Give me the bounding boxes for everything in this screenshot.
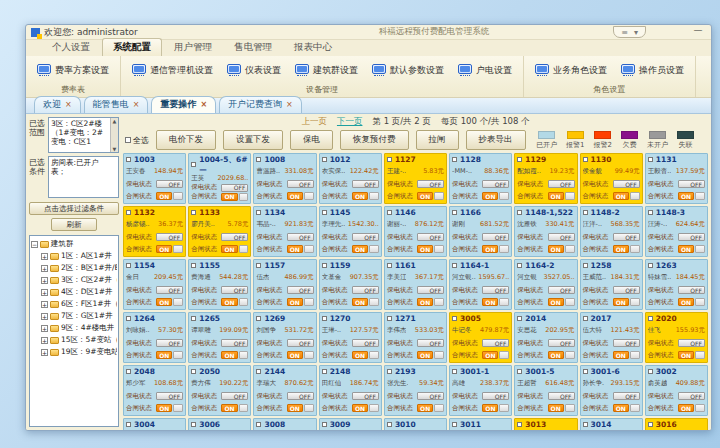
card-checkbox[interactable] [322, 316, 327, 321]
card-checkbox[interactable] [452, 316, 457, 321]
card-checkbox[interactable] [256, 210, 261, 215]
power-protect-toggle[interactable]: OFF [156, 339, 183, 347]
power-protect-toggle[interactable]: OFF [156, 286, 183, 294]
selected-range-listbox[interactable]: ▲▼ 3区：C区2#楼（1#变电：2#变电：C区1 [48, 117, 119, 153]
toolbar-button-3[interactable]: 保电 [290, 130, 333, 150]
card-checkbox[interactable] [583, 210, 588, 215]
power-protect-toggle[interactable]: OFF [548, 392, 575, 400]
card-checkbox[interactable] [126, 422, 131, 427]
card-checkbox[interactable] [387, 422, 392, 427]
card-checkbox[interactable] [256, 316, 261, 321]
power-protect-toggle[interactable]: OFF [417, 233, 444, 241]
card-checkbox[interactable] [322, 369, 327, 374]
gate-status-toggle[interactable]: ON [613, 245, 640, 253]
gate-status-toggle[interactable]: ON [156, 192, 183, 200]
expand-icon[interactable]: + [41, 325, 48, 332]
range-scrollbar[interactable]: ▲▼ [110, 118, 118, 152]
next-page-link[interactable]: 下一页 [337, 116, 363, 128]
card-checkbox[interactable] [387, 157, 392, 162]
ribbon-collapse-control[interactable]: ≡ ▾ [613, 26, 646, 38]
gate-status-toggle[interactable]: ON [613, 298, 640, 306]
tree-item-9[interactable]: +19区：9#变电站（2# [31, 346, 117, 358]
power-protect-toggle[interactable]: OFF [613, 339, 640, 347]
close-icon[interactable]: × [286, 101, 293, 109]
card-checkbox[interactable] [452, 157, 457, 162]
power-protect-toggle[interactable]: OFF [482, 233, 509, 241]
card-checkbox[interactable] [648, 369, 653, 374]
power-protect-toggle[interactable]: OFF [613, 286, 640, 294]
ribbon-button[interactable]: 户电设置 [451, 62, 519, 79]
minimize-button[interactable]: — [693, 28, 703, 36]
gate-status-toggle[interactable]: ON [548, 298, 575, 306]
gate-status-toggle[interactable]: ON [482, 245, 509, 253]
gate-status-toggle[interactable]: ON [613, 192, 640, 200]
menu-tab-3[interactable]: 用户管理 [164, 39, 222, 56]
expand-icon[interactable]: + [41, 253, 48, 260]
toolbar-button-6[interactable]: 抄表导出 [466, 130, 526, 150]
menu-tab-4[interactable]: 售电管理 [224, 39, 282, 56]
card-checkbox[interactable] [191, 263, 196, 268]
gate-status-toggle[interactable]: ON [352, 404, 379, 412]
gate-status-toggle[interactable]: ON [221, 193, 248, 201]
gate-status-toggle[interactable]: ON [287, 245, 314, 253]
gate-status-toggle[interactable]: ON [287, 298, 314, 306]
ribbon-button[interactable]: 业务角色设置 [528, 62, 614, 79]
power-protect-toggle[interactable]: OFF [613, 180, 640, 188]
card-checkbox[interactable] [583, 369, 588, 374]
power-protect-toggle[interactable]: OFF [678, 339, 705, 347]
tree-item-7[interactable]: +9区：4#楼电井（4#楼 [31, 322, 117, 334]
gate-status-toggle[interactable]: ON [417, 404, 444, 412]
gate-status-toggle[interactable]: ON [417, 192, 444, 200]
card-checkbox[interactable] [387, 263, 392, 268]
card-checkbox[interactable] [517, 422, 522, 427]
gate-status-toggle[interactable]: ON [482, 351, 509, 359]
chevron-down-icon[interactable]: ▾ [634, 28, 638, 37]
power-protect-toggle[interactable]: OFF [352, 180, 379, 188]
card-checkbox[interactable] [648, 157, 653, 162]
gate-status-toggle[interactable]: ON [156, 404, 183, 412]
power-protect-toggle[interactable]: OFF [156, 233, 183, 241]
toolbar-button-1[interactable]: 电价下发 [156, 130, 216, 150]
card-checkbox[interactable] [256, 422, 261, 427]
power-protect-toggle[interactable]: OFF [221, 184, 248, 192]
power-protect-toggle[interactable]: OFF [548, 339, 575, 347]
menu-tab-2[interactable]: 系统配置 [102, 38, 162, 56]
gate-status-toggle[interactable]: ON [482, 192, 509, 200]
card-checkbox[interactable] [126, 316, 131, 321]
gate-status-toggle[interactable]: ON [417, 351, 444, 359]
tree-item-6[interactable]: +7区：G区1#井 [31, 310, 117, 322]
expand-icon[interactable]: + [41, 349, 48, 356]
gate-status-toggle[interactable]: ON [156, 298, 183, 306]
card-checkbox[interactable] [517, 369, 522, 374]
close-icon[interactable]: × [65, 101, 72, 109]
card-checkbox[interactable] [648, 316, 653, 321]
doc-tab-2[interactable]: 能管售电× [84, 96, 149, 113]
card-checkbox[interactable] [126, 157, 131, 162]
power-protect-toggle[interactable]: OFF [221, 286, 248, 294]
selected-condition-listbox[interactable]: 房间表:已开户表； [48, 156, 119, 198]
card-checkbox[interactable] [322, 263, 327, 268]
gate-status-toggle[interactable]: ON [482, 404, 509, 412]
select-all[interactable]: 全选 [125, 135, 149, 146]
power-protect-toggle[interactable]: OFF [417, 339, 444, 347]
card-checkbox[interactable] [517, 210, 522, 215]
gate-status-toggle[interactable]: ON [221, 351, 248, 359]
card-checkbox[interactable] [387, 210, 392, 215]
pin-icon[interactable]: ≡ [621, 28, 628, 37]
card-checkbox[interactable] [126, 210, 131, 215]
power-protect-toggle[interactable]: OFF [221, 233, 248, 241]
gate-status-toggle[interactable]: ON [156, 351, 183, 359]
gate-status-toggle[interactable]: ON [678, 192, 705, 200]
power-protect-toggle[interactable]: OFF [287, 233, 314, 241]
tree-item-5[interactable]: +6区：F区1#井（F区1# [31, 298, 117, 310]
card-checkbox[interactable] [583, 422, 588, 427]
card-checkbox[interactable] [191, 422, 196, 427]
gate-status-toggle[interactable]: ON [221, 298, 248, 306]
gate-status-toggle[interactable]: ON [221, 404, 248, 412]
card-checkbox[interactable] [583, 316, 588, 321]
prev-page-link[interactable]: 上一页 [301, 116, 327, 128]
doc-tab-1[interactable]: 欢迎× [34, 96, 81, 113]
expand-icon[interactable]: + [41, 337, 48, 344]
power-protect-toggle[interactable]: OFF [156, 180, 183, 188]
card-checkbox[interactable] [322, 157, 327, 162]
